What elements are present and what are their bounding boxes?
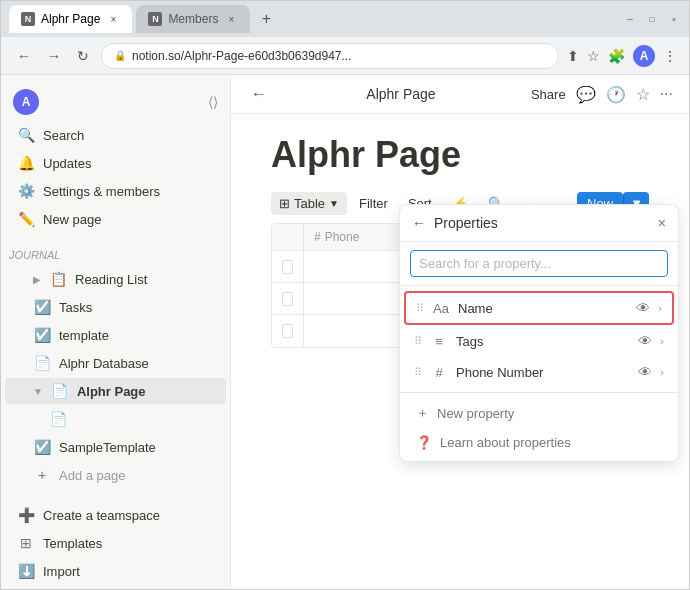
maximize-button[interactable]: □ bbox=[645, 12, 659, 26]
sidebar-item-updates[interactable]: 🔔 Updates bbox=[5, 150, 226, 176]
name-visibility-icon[interactable]: 👁 bbox=[636, 300, 650, 316]
sidebar-item-settings[interactable]: ⚙️ Settings & members bbox=[5, 178, 226, 204]
alphr-page-sub-icon: 📄 bbox=[49, 410, 67, 428]
new-page-icon: ✏️ bbox=[17, 210, 35, 228]
property-search-input[interactable] bbox=[410, 250, 668, 277]
page-back-button[interactable]: ← bbox=[247, 83, 271, 105]
sidebar-item-templates[interactable]: ⊞ Templates bbox=[5, 530, 226, 556]
comment-icon[interactable]: 💬 bbox=[576, 85, 596, 104]
share-page-icon[interactable]: ⬆ bbox=[567, 48, 579, 64]
phone-chevron: › bbox=[660, 366, 664, 378]
sidebar-label-sample-template: SampleTemplate bbox=[59, 440, 214, 455]
tab-label-members: Members bbox=[168, 12, 218, 26]
more-options-icon[interactable]: ··· bbox=[660, 85, 673, 103]
alphr-database-icon: 📄 bbox=[33, 354, 51, 372]
sidebar-item-trash[interactable]: 🗑️ Trash bbox=[5, 586, 226, 589]
close-button[interactable]: × bbox=[667, 12, 681, 26]
app-layout: A ⟨⟩ 🔍 Search 🔔 Updates ⚙️ Settings & me… bbox=[1, 75, 689, 589]
settings-icon: ⚙️ bbox=[17, 182, 35, 200]
table-view-icon: ⊞ bbox=[279, 196, 290, 211]
tab-alphr-page[interactable]: N Alphr Page × bbox=[9, 5, 132, 33]
sidebar-item-new-page[interactable]: ✏️ New page bbox=[5, 206, 226, 232]
view-button[interactable]: ⊞ Table ▼ bbox=[271, 192, 347, 215]
panel-header: ← Properties × bbox=[400, 205, 678, 242]
search-icon: 🔍 bbox=[17, 126, 35, 144]
forward-button[interactable]: → bbox=[43, 46, 65, 66]
panel-close-button[interactable]: × bbox=[658, 215, 666, 231]
sidebar-label-alphr-database: Alphr Database bbox=[59, 356, 214, 371]
sidebar-item-create-teamspace[interactable]: ➕ Create a teamspace bbox=[5, 502, 226, 528]
tab-close-members[interactable]: × bbox=[224, 12, 238, 26]
phone-col-icon: # bbox=[314, 230, 321, 244]
sidebar-label-reading-list: Reading List bbox=[75, 272, 214, 287]
new-property-button[interactable]: ＋ New property bbox=[404, 398, 674, 428]
sidebar-item-search[interactable]: 🔍 Search bbox=[5, 122, 226, 148]
sidebar-item-import[interactable]: ⬇️ Import bbox=[5, 558, 226, 584]
tab-close-alphr[interactable]: × bbox=[106, 12, 120, 26]
property-item-name[interactable]: ⠿ Aa Name 👁 › bbox=[404, 291, 674, 325]
tasks-icon: ☑️ bbox=[33, 298, 51, 316]
new-property-label: New property bbox=[437, 406, 514, 421]
url-box[interactable]: 🔒 notion.so/Alphr-Page-e60d3b0639d947... bbox=[101, 43, 559, 69]
sidebar-item-add-page[interactable]: + Add a page bbox=[5, 462, 226, 488]
sidebar: A ⟨⟩ 🔍 Search 🔔 Updates ⚙️ Settings & me… bbox=[1, 75, 231, 589]
sidebar-label-updates: Updates bbox=[43, 156, 214, 171]
title-bar: N Alphr Page × N Members × + ─ □ × bbox=[1, 1, 689, 37]
back-button[interactable]: ← bbox=[13, 46, 35, 66]
workspace-avatar[interactable]: A bbox=[13, 89, 39, 115]
create-teamspace-icon: ➕ bbox=[17, 506, 35, 524]
tab-favicon-alphr: N bbox=[21, 12, 35, 26]
minimize-button[interactable]: ─ bbox=[623, 12, 637, 26]
sidebar-header: A ⟨⟩ bbox=[1, 83, 230, 121]
new-tab-button[interactable]: + bbox=[254, 7, 278, 31]
header-actions: Share 💬 🕐 ☆ ··· bbox=[531, 85, 673, 104]
name-chevron: › bbox=[658, 302, 662, 314]
property-item-tags[interactable]: ⠿ ≡ Tags 👁 › bbox=[404, 326, 674, 356]
add-page-icon: + bbox=[33, 466, 51, 484]
row2-checkbox[interactable] bbox=[272, 283, 304, 314]
tags-visibility-icon[interactable]: 👁 bbox=[638, 333, 652, 349]
phone-col-label: Phone bbox=[325, 230, 360, 244]
learn-label: Learn about properties bbox=[440, 435, 571, 450]
phone-visibility-icon[interactable]: 👁 bbox=[638, 364, 652, 380]
filter-button[interactable]: Filter bbox=[351, 192, 396, 215]
sidebar-item-alphr-page[interactable]: ▼ 📄 Alphr Page bbox=[5, 378, 226, 404]
menu-icon[interactable]: ⋮ bbox=[663, 48, 677, 64]
page-title-header: Alphr Page bbox=[279, 86, 523, 102]
sidebar-item-reading-list[interactable]: ▶ 📋 Reading List bbox=[5, 266, 226, 292]
sidebar-item-sample-template[interactable]: ☑️ SampleTemplate bbox=[5, 434, 226, 460]
sidebar-label-templates: Templates bbox=[43, 536, 214, 551]
phone-prop-label: Phone Number bbox=[456, 365, 630, 380]
profile-icon[interactable]: A bbox=[633, 45, 655, 67]
sidebar-item-alphr-database[interactable]: 📄 Alphr Database bbox=[5, 350, 226, 376]
sidebar-label-add-page: Add a page bbox=[59, 468, 214, 483]
refresh-button[interactable]: ↻ bbox=[73, 46, 93, 66]
import-icon: ⬇️ bbox=[17, 562, 35, 580]
lock-icon: 🔒 bbox=[114, 50, 126, 61]
panel-search[interactable] bbox=[400, 242, 678, 286]
sidebar-expand-icon[interactable]: ⟨⟩ bbox=[208, 94, 218, 110]
table-view-label: Table bbox=[294, 196, 325, 211]
sidebar-item-template[interactable]: ☑️ template bbox=[5, 322, 226, 348]
page-header: ← Alphr Page Share 💬 🕐 ☆ ··· bbox=[231, 75, 689, 114]
clock-icon[interactable]: 🕐 bbox=[606, 85, 626, 104]
row3-checkbox[interactable] bbox=[272, 315, 304, 347]
learn-properties-button[interactable]: ❓ Learn about properties bbox=[404, 429, 674, 456]
col-header-checkbox bbox=[272, 224, 304, 250]
url-text: notion.so/Alphr-Page-e60d3b0639d947... bbox=[132, 49, 546, 63]
row1-checkbox[interactable] bbox=[272, 251, 304, 282]
sidebar-item-alphr-page-sub[interactable]: 📄 bbox=[5, 406, 226, 432]
share-button[interactable]: Share bbox=[531, 87, 566, 102]
tab-members[interactable]: N Members × bbox=[136, 5, 250, 33]
address-bar: ← → ↻ 🔒 notion.so/Alphr-Page-e60d3b0639d… bbox=[1, 37, 689, 75]
bookmark-icon[interactable]: ☆ bbox=[587, 48, 600, 64]
property-item-phone[interactable]: ⠿ # Phone Number 👁 › bbox=[404, 357, 674, 387]
name-prop-label: Name bbox=[458, 301, 628, 316]
page-title: Alphr Page bbox=[271, 134, 649, 176]
sidebar-label-alphr-page: Alphr Page bbox=[77, 384, 214, 399]
favorite-icon[interactable]: ☆ bbox=[636, 85, 650, 104]
extensions-icon[interactable]: 🧩 bbox=[608, 48, 625, 64]
sidebar-item-tasks[interactable]: ☑️ Tasks bbox=[5, 294, 226, 320]
panel-back-button[interactable]: ← bbox=[412, 215, 426, 231]
tab-favicon-members: N bbox=[148, 12, 162, 26]
